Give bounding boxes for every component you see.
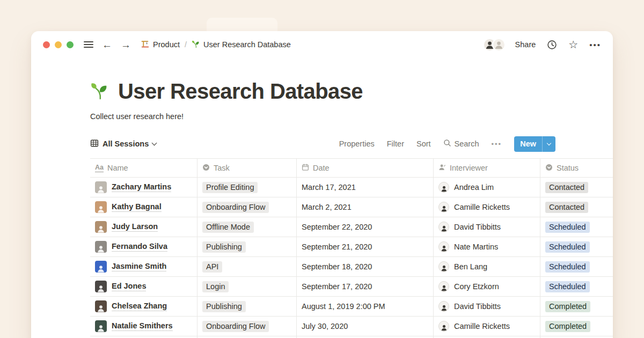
- interviewer-avatar: [438, 202, 449, 212]
- date-cell[interactable]: August 1, 2019 2:00 PM: [297, 297, 434, 316]
- task-cell[interactable]: Offline Mode: [197, 217, 297, 237]
- status-cell[interactable]: Completed: [540, 297, 613, 316]
- collaborator-avatar: [492, 38, 506, 52]
- search-icon: [443, 139, 451, 149]
- status-cell[interactable]: Completed: [540, 317, 613, 336]
- record-name: Zachary Martins: [112, 182, 171, 192]
- table-header-row: Aa Name Task Date: [90, 158, 613, 178]
- page-description: Collect user research here!: [90, 112, 613, 121]
- date-cell[interactable]: September 22, 2020: [297, 217, 434, 237]
- sidebar-menu-icon[interactable]: [84, 41, 93, 48]
- share-button[interactable]: Share: [515, 40, 536, 49]
- window-topbar: ← → Product /: [31, 31, 613, 58]
- presence-avatars[interactable]: [483, 38, 506, 52]
- table-row: Chelsea Zhang Publishing August 1, 2019 …: [90, 297, 613, 317]
- interviewer-cell[interactable]: Camille Ricketts: [434, 317, 540, 336]
- status-cell[interactable]: Contacted: [540, 178, 613, 197]
- interviewer-cell[interactable]: Ben Lang: [434, 257, 540, 276]
- column-header-task[interactable]: Task: [197, 159, 297, 177]
- name-cell[interactable]: Chelsea Zhang: [90, 297, 197, 316]
- filter-button[interactable]: Filter: [387, 139, 404, 148]
- status-badge: Scheduled: [545, 261, 590, 273]
- column-header-status[interactable]: Status: [540, 159, 613, 177]
- status-cell[interactable]: Scheduled: [540, 217, 613, 237]
- status-cell[interactable]: Scheduled: [540, 277, 613, 296]
- status-cell[interactable]: Scheduled: [540, 257, 613, 276]
- task-cell[interactable]: Profile Editing: [197, 178, 297, 197]
- name-cell[interactable]: Kathy Bagnal: [90, 197, 197, 217]
- table-row: Natalie Smithers Onboarding Flow July 30…: [90, 317, 613, 336]
- calendar-icon: [302, 164, 309, 173]
- column-header-interviewer[interactable]: Interviewer: [434, 159, 540, 177]
- zoom-window-button[interactable]: [67, 41, 74, 48]
- date-cell[interactable]: March 2, 2021: [297, 197, 434, 217]
- column-label: Interviewer: [450, 164, 488, 172]
- task-tag: Profile Editing: [202, 182, 258, 193]
- page-content: User Research Database Collect user rese…: [31, 79, 613, 338]
- breadcrumb-item-page[interactable]: User Research Database: [192, 40, 291, 50]
- close-window-button[interactable]: [43, 41, 50, 48]
- task-cell[interactable]: Publishing: [197, 297, 297, 316]
- column-header-date[interactable]: Date: [297, 159, 434, 177]
- interviewer-cell[interactable]: Camille Ricketts: [434, 197, 540, 217]
- favorite-star-icon[interactable]: ☆: [568, 39, 578, 50]
- date-cell[interactable]: September 17, 2020: [297, 277, 434, 296]
- view-selector[interactable]: All Sessions: [90, 139, 156, 149]
- status-badge: Scheduled: [545, 241, 590, 253]
- name-cell[interactable]: Ed Jones: [90, 277, 197, 296]
- construction-crane-icon: [141, 39, 150, 50]
- interviewer-cell[interactable]: Nate Martins: [434, 237, 540, 256]
- name-cell[interactable]: Zachary Martins: [90, 178, 197, 197]
- updates-clock-icon[interactable]: [547, 40, 557, 50]
- properties-button[interactable]: Properties: [339, 139, 375, 148]
- new-dropdown-button[interactable]: [542, 136, 555, 152]
- task-cell[interactable]: Onboarding Flow: [197, 197, 297, 217]
- column-label: Name: [107, 164, 128, 172]
- breadcrumb-item-product[interactable]: Product: [141, 39, 180, 50]
- more-options-icon[interactable]: •••: [589, 40, 601, 49]
- task-tag: Offline Mode: [202, 222, 254, 233]
- row-avatar: [95, 300, 107, 312]
- interviewer-name: Camille Ricketts: [454, 322, 510, 330]
- status-cell[interactable]: Scheduled: [540, 237, 613, 256]
- task-cell[interactable]: Onboarding Flow: [197, 317, 297, 336]
- seedling-icon: [192, 40, 200, 50]
- task-cell[interactable]: Login: [197, 277, 297, 296]
- toolbar-more-icon[interactable]: •••: [492, 140, 502, 148]
- date-cell[interactable]: September 18, 2020: [297, 257, 434, 276]
- task-tag: Publishing: [202, 301, 246, 312]
- record-name: Chelsea Zhang: [112, 302, 167, 311]
- background-tab: [207, 18, 277, 33]
- task-cell[interactable]: API: [197, 257, 297, 276]
- forward-button[interactable]: →: [121, 40, 131, 50]
- name-cell[interactable]: Natalie Smithers: [90, 317, 197, 336]
- select-property-icon: [202, 164, 210, 173]
- name-cell[interactable]: Fernando Silva: [90, 237, 197, 256]
- interviewer-cell[interactable]: David Tibbitts: [434, 297, 540, 316]
- window-controls: [43, 41, 74, 48]
- row-avatar: [95, 241, 107, 253]
- row-avatar: [95, 320, 107, 332]
- status-badge: Scheduled: [545, 222, 590, 233]
- new-button[interactable]: New: [514, 136, 542, 152]
- status-cell[interactable]: Contacted: [540, 197, 613, 217]
- breadcrumb: Product / User Research Database: [141, 39, 291, 50]
- interviewer-cell[interactable]: Andrea Lim: [434, 178, 540, 197]
- column-header-name[interactable]: Aa Name: [90, 159, 197, 177]
- date-cell[interactable]: September 21, 2020: [297, 237, 434, 256]
- name-cell[interactable]: Jasmine Smith: [90, 257, 197, 276]
- row-avatar: [95, 261, 107, 273]
- back-button[interactable]: ←: [102, 40, 112, 50]
- date-cell[interactable]: July 30, 2020: [297, 317, 434, 336]
- interviewer-avatar: [438, 222, 449, 232]
- interviewer-cell[interactable]: David Tibbitts: [434, 217, 540, 237]
- interviewer-cell[interactable]: Cory Etzkorn: [434, 277, 540, 296]
- task-cell[interactable]: Publishing: [197, 237, 297, 256]
- search-button[interactable]: Search: [443, 139, 479, 149]
- minimize-window-button[interactable]: [55, 41, 62, 48]
- table-view-icon: [90, 139, 99, 149]
- date-cell[interactable]: March 17, 2021: [297, 178, 434, 197]
- name-cell[interactable]: Judy Larson: [90, 217, 197, 237]
- interviewer-name: Andrea Lim: [454, 183, 494, 192]
- sort-button[interactable]: Sort: [416, 139, 431, 148]
